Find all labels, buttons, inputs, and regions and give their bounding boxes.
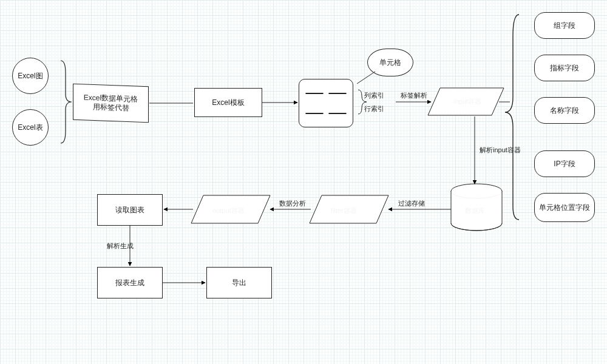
diagram-canvas: Excel图 Excel表 Excel数据单元格 用标签代替 Excel模板 单… — [0, 0, 607, 364]
field-metric: 指标字段 — [534, 55, 595, 81]
svg-point-0 — [451, 184, 502, 198]
template-cell-icon — [328, 93, 347, 94]
template-cell-icon — [305, 93, 324, 94]
brace-left-icon — [61, 61, 72, 143]
node-template-grid — [299, 79, 353, 127]
edge-label-filter-store: 过滤存储 — [398, 199, 425, 208]
edge-label-row-index: 行索引 — [364, 104, 384, 113]
node-filter-container-text: filter容器 — [331, 206, 357, 215]
node-excel-table: Excel表 — [12, 109, 49, 146]
node-excel-template: Excel模板 — [194, 88, 262, 117]
field-group: 组字段 — [534, 12, 595, 39]
node-report-gen: 报表生成 — [97, 267, 163, 298]
edge-label-col-index: 列索引 — [364, 91, 384, 100]
edge-label-data-analysis: 数据分析 — [279, 199, 306, 208]
node-database-text: 数据库 — [465, 206, 485, 215]
node-export: 导出 — [206, 267, 272, 298]
node-excel-image: Excel图 — [12, 58, 49, 94]
callout-cell: 单元格 — [367, 49, 413, 76]
template-cell-icon — [328, 113, 347, 114]
field-cellpos: 单元格位置字段 — [534, 193, 595, 222]
field-ip: IP字段 — [534, 150, 595, 177]
edge-label-tag-parse: 标签解析 — [401, 91, 427, 100]
node-data-cell-tag: Excel数据单元格 用标签代替 — [73, 84, 149, 123]
node-read-chart: 读取图表 — [97, 194, 163, 226]
field-name: 名称字段 — [534, 97, 595, 124]
template-cell-icon — [305, 113, 324, 114]
brace-right-icon — [505, 15, 519, 220]
edge-label-parse-input: 解析input容器 — [480, 146, 521, 155]
diagram-svg-overlay — [0, 0, 607, 364]
node-output-container-text: output容器 — [212, 206, 245, 215]
callout-tail-icon — [357, 72, 375, 84]
node-input-container-text: input容器 — [453, 97, 481, 106]
edge-label-parse-generate: 解析生成 — [107, 241, 134, 251]
